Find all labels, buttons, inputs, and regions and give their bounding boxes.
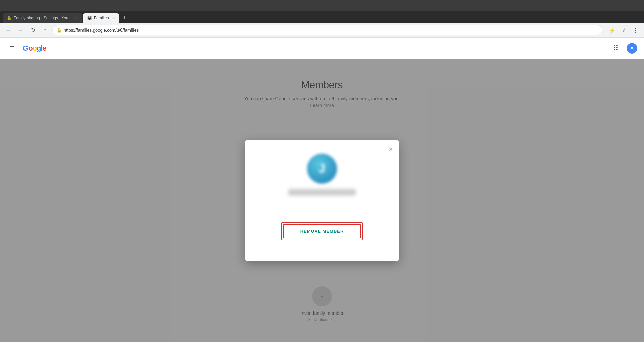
address-bar[interactable]: 🔒 https://families.google.com/u/0/famili… [52,25,602,35]
tab-favicon-active: 👨‍👩‍👧 [87,16,92,20]
remove-member-button-highlight: REMOVE MEMBER [283,224,361,238]
bookmark-icon[interactable]: ☆ [619,25,629,35]
security-icon: 🔒 [57,28,62,33]
close-icon: ✕ [388,146,393,152]
hamburger-menu-icon[interactable]: ☰ [7,42,17,55]
forward-button[interactable]: → [16,25,25,35]
tab-bar: 🔒 Family sharing - Settings - You... ✕ 👨… [0,11,644,23]
member-detail-modal: ✕ J REMOVE MEMBER [245,140,399,261]
modal-close-button[interactable]: ✕ [386,144,395,154]
tab-families[interactable]: 👨‍👩‍👧 Families ✕ [83,13,119,23]
url-text: https://families.google.com/u/0/families [64,27,139,33]
user-avatar-button[interactable]: A [627,43,637,54]
reload-button[interactable]: ↻ [28,25,38,35]
back-button[interactable]: ← [4,25,13,35]
home-button[interactable]: ⌂ [40,25,50,35]
browser-window-controls [0,0,644,11]
modal-actions: REMOVE MEMBER [258,219,386,243]
new-tab-button[interactable]: + [120,13,129,23]
extensions-icon[interactable]: ⚡ [608,25,617,35]
page-background: Members You can share Google services wi… [0,59,644,342]
address-bar-row: ← → ↻ ⌂ 🔒 https://families.google.com/u/… [0,23,644,38]
tab-label-active: Families [94,16,109,20]
tab-favicon: 🔒 [7,16,12,20]
apps-grid-icon[interactable]: ⠿ [611,42,621,55]
member-avatar: J [307,154,337,184]
google-logo: Google [23,44,46,53]
remove-member-button[interactable]: REMOVE MEMBER [283,224,361,238]
tab-close-active[interactable]: ✕ [112,16,115,20]
google-toolbar: ☰ Google ⠿ A [0,38,644,59]
modal-overlay: ✕ J REMOVE MEMBER [0,59,644,342]
tab-family-sharing[interactable]: 🔒 Family sharing - Settings - You... ✕ [3,13,82,23]
tab-close-inactive[interactable]: ✕ [75,16,78,20]
more-options-icon[interactable]: ⋮ [631,25,640,35]
user-initial: A [630,46,634,51]
tab-label: Family sharing - Settings - You... [14,16,72,20]
browser-toolbar-icons: ⚡ ☆ ⋮ [608,25,640,35]
member-name-blurred [288,189,356,196]
